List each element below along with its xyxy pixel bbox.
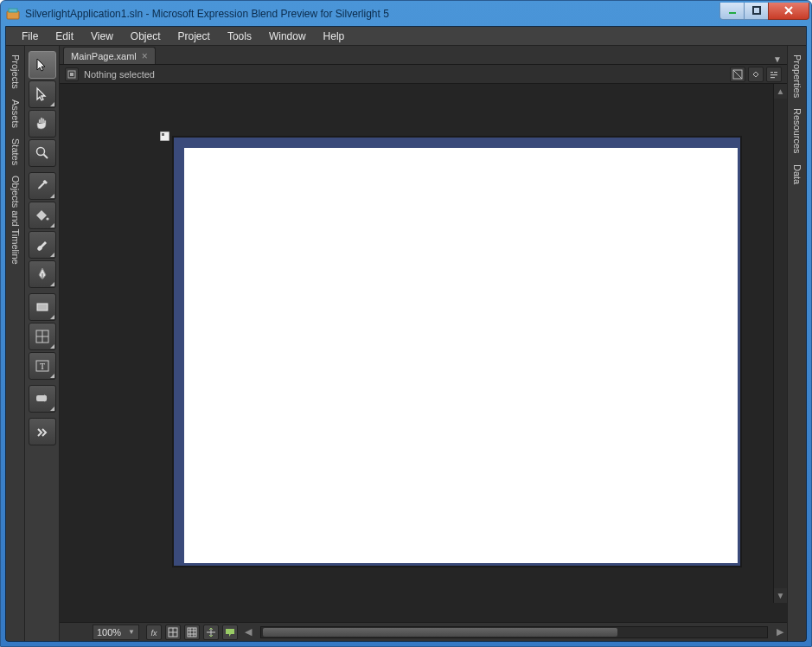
svg-text:T: T <box>40 362 45 371</box>
menu-file[interactable]: File <box>13 29 47 44</box>
brush-tool[interactable] <box>29 231 56 259</box>
vertical-scrollbar[interactable]: ▲ ▼ <box>773 84 787 603</box>
minimize-button[interactable] <box>719 3 745 20</box>
snap-grid-button[interactable] <box>184 625 200 640</box>
document-tab-bar: MainPage.xaml × ▼ <box>60 46 787 65</box>
menu-project[interactable]: Project <box>169 29 219 44</box>
scroll-up-icon[interactable]: ▲ <box>777 84 785 99</box>
tools-panel: T <box>25 46 60 641</box>
status-bar: 100% ▼ fx ◀ ▶ <box>60 622 787 641</box>
svg-point-4 <box>37 148 45 156</box>
main-menu: File Edit View Object Project Tools Wind… <box>6 27 806 46</box>
close-tab-icon[interactable]: × <box>142 52 148 61</box>
client-area: File Edit View Object Project Tools Wind… <box>5 26 807 642</box>
svg-rect-20 <box>770 74 777 75</box>
flyout-indicator-icon <box>50 407 54 411</box>
window-title: SilverlightApplication1.sln - Microsoft … <box>25 8 720 20</box>
grid-toggle-button[interactable] <box>165 625 181 640</box>
document-area: MainPage.xaml × ▼ Nothing selected <box>60 46 787 641</box>
flyout-indicator-icon <box>50 253 54 257</box>
panel-tab-resources[interactable]: Resources <box>792 103 802 159</box>
menu-tools[interactable]: Tools <box>219 29 260 44</box>
svg-rect-25 <box>169 628 177 637</box>
flyout-indicator-icon <box>50 315 54 319</box>
svg-rect-12 <box>36 361 48 371</box>
svg-rect-17 <box>733 70 742 79</box>
panel-tab-projects[interactable]: Projects <box>10 49 21 94</box>
document-tab-label: MainPage.xaml <box>71 51 137 61</box>
maximize-button[interactable] <box>744 3 769 20</box>
common-controls-tool[interactable] <box>29 385 56 413</box>
document-tabs-dropdown[interactable]: ▼ <box>768 54 787 64</box>
panel-tab-objects-timeline[interactable]: Objects and Timeline <box>10 170 21 270</box>
flyout-indicator-icon <box>50 102 54 106</box>
eyedropper-tool[interactable] <box>29 172 56 200</box>
svg-rect-21 <box>770 77 775 78</box>
blend-app-icon <box>6 7 20 21</box>
svg-rect-22 <box>160 131 169 141</box>
snap-snaplines-button[interactable] <box>203 625 219 640</box>
paint-bucket-tool[interactable] <box>29 202 56 229</box>
right-panel-strip: Properties Resources Data <box>787 46 806 641</box>
scope-up-icon[interactable] <box>65 67 79 81</box>
svg-rect-1 <box>9 9 17 12</box>
menu-help[interactable]: Help <box>315 29 354 44</box>
effects-toggle-button[interactable]: fx <box>146 625 162 640</box>
zoom-level[interactable]: 100% ▼ <box>93 625 139 640</box>
selection-breadcrumb-bar: Nothing selected <box>60 65 787 84</box>
split-view-icon[interactable] <box>748 67 764 82</box>
svg-line-5 <box>44 155 48 159</box>
artboard-usercontrol[interactable] <box>184 148 738 563</box>
svg-rect-0 <box>7 11 19 19</box>
horizontal-scrollbar[interactable] <box>260 626 768 638</box>
panel-tab-states[interactable]: States <box>10 133 21 170</box>
scroll-down-icon[interactable]: ▼ <box>777 588 785 603</box>
svg-rect-16 <box>70 73 74 76</box>
svg-rect-19 <box>774 72 777 73</box>
svg-rect-23 <box>162 133 164 136</box>
artboard-origin-icon <box>160 131 169 141</box>
svg-rect-18 <box>770 72 773 73</box>
svg-rect-3 <box>753 7 760 14</box>
menu-view[interactable]: View <box>82 29 122 44</box>
scroll-right-icon[interactable]: ▶ <box>773 626 787 637</box>
menu-edit[interactable]: Edit <box>47 29 82 44</box>
svg-point-6 <box>46 217 48 220</box>
pan-tool[interactable] <box>29 110 56 138</box>
layout-panel-tool[interactable] <box>29 323 56 350</box>
scroll-left-icon[interactable]: ◀ <box>241 626 255 637</box>
menu-window[interactable]: Window <box>260 29 315 44</box>
design-viewport[interactable]: ▲ ▼ <box>60 84 787 622</box>
zoom-dropdown-icon[interactable]: ▼ <box>128 628 135 636</box>
close-button[interactable] <box>768 3 809 20</box>
flyout-indicator-icon <box>50 344 54 349</box>
zoom-tool[interactable] <box>29 139 56 167</box>
titlebar[interactable]: SilverlightApplication1.sln - Microsoft … <box>1 1 811 26</box>
svg-rect-8 <box>37 304 48 311</box>
direct-selection-tool[interactable] <box>29 80 56 108</box>
svg-rect-2 <box>729 12 736 14</box>
window-frame: SilverlightApplication1.sln - Microsoft … <box>0 0 812 647</box>
panel-tab-properties[interactable]: Properties <box>792 49 802 103</box>
design-canvas[interactable] <box>60 84 787 622</box>
text-tool[interactable]: T <box>29 352 56 380</box>
panel-tab-data[interactable]: Data <box>792 159 802 189</box>
document-tab[interactable]: MainPage.xaml × <box>63 47 156 64</box>
flyout-indicator-icon <box>50 282 54 286</box>
selection-text: Nothing selected <box>84 69 155 80</box>
selection-tool[interactable] <box>29 51 56 79</box>
design-view-icon[interactable] <box>730 67 745 82</box>
svg-rect-14 <box>36 395 47 401</box>
svg-text:fx: fx <box>150 629 157 637</box>
asset-tools-button[interactable] <box>29 418 56 445</box>
rectangle-tool[interactable] <box>29 293 56 321</box>
svg-rect-28 <box>188 628 196 637</box>
menu-object[interactable]: Object <box>122 29 169 44</box>
pen-tool[interactable] <box>29 260 56 288</box>
annotations-toggle-button[interactable] <box>222 625 238 640</box>
flyout-indicator-icon <box>50 223 54 227</box>
left-panel-strip: Projects Assets States Objects and Timel… <box>6 46 25 641</box>
xaml-view-icon[interactable] <box>766 67 782 82</box>
panel-tab-assets[interactable]: Assets <box>10 94 21 133</box>
flyout-indicator-icon <box>50 194 54 198</box>
